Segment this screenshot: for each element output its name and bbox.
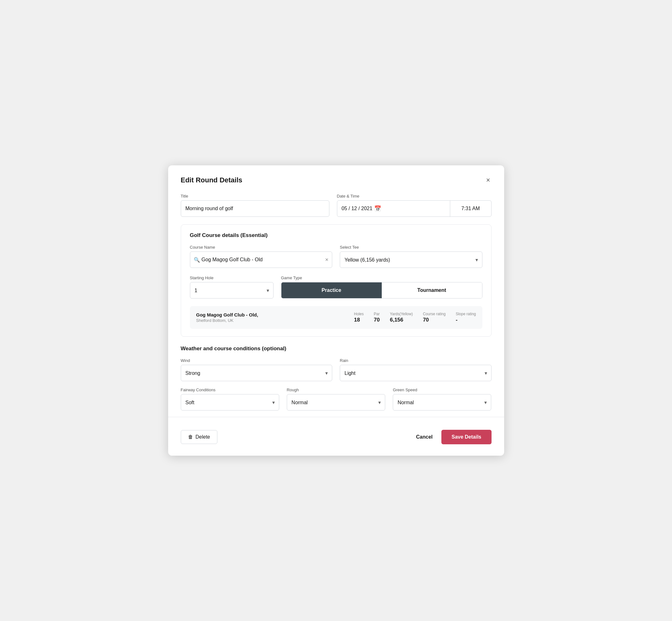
delete-button[interactable]: 🗑 Delete [181, 430, 217, 444]
slope-rating-stat: Slope rating - [456, 312, 476, 323]
rough-label: Rough [287, 387, 385, 392]
game-type-toggle: Practice Tournament [281, 282, 482, 298]
weather-section: Weather and course conditions (optional)… [181, 345, 492, 411]
par-value: 70 [374, 317, 380, 323]
starting-hole-wrap: 1210 ▾ [190, 282, 274, 298]
rough-wrap: ShortNormalLongVery Long ▾ [287, 394, 385, 411]
golf-course-section: Golf Course details (Essential) Course N… [181, 224, 492, 337]
title-group: Title [181, 194, 329, 217]
rough-dropdown[interactable]: ShortNormalLongVery Long [287, 394, 385, 411]
rain-dropdown[interactable]: NoneLightModerateHeavy [340, 365, 492, 381]
starting-hole-group: Starting Hole 1210 ▾ [190, 276, 274, 298]
holes-value: 18 [354, 317, 360, 323]
delete-label: Delete [196, 434, 210, 440]
holes-stat: Holes 18 [354, 312, 364, 323]
datetime-label: Date & Time [337, 194, 492, 199]
par-stat: Par 70 [374, 312, 380, 323]
title-input[interactable] [181, 200, 329, 217]
slope-rating-label: Slope rating [456, 312, 476, 316]
yards-stat: Yards(Yellow) 6,156 [390, 312, 413, 323]
starting-hole-label: Starting Hole [190, 276, 274, 280]
course-name-group: Course Name 🔍 × [190, 245, 333, 268]
course-rating-label: Course rating [423, 312, 446, 316]
fairway-group: Fairway Conditions DryNormalSoftWet ▾ [181, 387, 279, 411]
course-info-main: Gog Magog Golf Club - Old, Shelford Bott… [196, 312, 354, 323]
green-speed-wrap: SlowNormalFastVery Fast ▾ [393, 394, 491, 411]
course-name-tee-row: Course Name 🔍 × Select Tee Yellow (6,156… [190, 245, 482, 268]
slope-rating-value: - [456, 317, 458, 323]
wind-rain-row: Wind CalmLightModerateStrongVery Strong … [181, 358, 492, 381]
yards-value: 6,156 [390, 317, 404, 323]
green-speed-dropdown[interactable]: SlowNormalFastVery Fast [393, 394, 491, 411]
weather-section-title: Weather and course conditions (optional) [181, 345, 492, 352]
starting-hole-dropdown[interactable]: 1210 [190, 282, 274, 298]
tournament-button[interactable]: Tournament [382, 282, 482, 298]
course-name-label: Course Name [190, 245, 333, 250]
golf-course-title: Golf Course details (Essential) [190, 232, 482, 239]
datetime-group: Date & Time 05 / 12 / 2021 📅 7:31 AM [337, 194, 492, 217]
course-name-input[interactable] [190, 251, 333, 268]
time-part[interactable]: 7:31 AM [450, 201, 491, 216]
cancel-button[interactable]: Cancel [416, 434, 432, 440]
date-time-container: 05 / 12 / 2021 📅 7:31 AM [337, 200, 492, 217]
modal-title: Edit Round Details [181, 176, 243, 184]
wind-wrap: CalmLightModerateStrongVery Strong ▾ [181, 365, 333, 381]
select-tee-dropdown[interactable]: Yellow (6,156 yards) [340, 251, 482, 268]
calendar-icon: 📅 [374, 205, 381, 212]
rain-group: Rain NoneLightModerateHeavy ▾ [340, 358, 492, 381]
yards-label: Yards(Yellow) [390, 312, 413, 316]
clear-icon[interactable]: × [325, 256, 328, 263]
starting-hole-game-type-row: Starting Hole 1210 ▾ Game Type Practice … [190, 276, 482, 298]
fairway-dropdown[interactable]: DryNormalSoftWet [181, 394, 279, 411]
wind-label: Wind [181, 358, 333, 363]
search-icon: 🔍 [194, 257, 200, 263]
rough-group: Rough ShortNormalLongVery Long ▾ [287, 387, 385, 411]
game-type-group: Game Type Practice Tournament [281, 276, 482, 298]
green-speed-group: Green Speed SlowNormalFastVery Fast ▾ [393, 387, 491, 411]
select-tee-wrap: Yellow (6,156 yards) ▾ [340, 251, 482, 268]
save-button[interactable]: Save Details [442, 430, 491, 444]
footer-right: Cancel Save Details [416, 430, 492, 444]
close-button[interactable]: × [485, 175, 492, 185]
holes-label: Holes [354, 312, 364, 316]
footer-row: 🗑 Delete Cancel Save Details [181, 426, 492, 444]
title-datetime-row: Title Date & Time 05 / 12 / 2021 📅 7:31 … [181, 194, 492, 217]
par-label: Par [374, 312, 380, 316]
green-speed-label: Green Speed [393, 387, 491, 392]
footer-divider [168, 417, 504, 417]
fairway-rough-green-row: Fairway Conditions DryNormalSoftWet ▾ Ro… [181, 387, 492, 411]
rain-wrap: NoneLightModerateHeavy ▾ [340, 365, 492, 381]
course-info-name: Gog Magog Golf Club - Old, [196, 312, 354, 318]
edit-round-modal: Edit Round Details × Title Date & Time 0… [168, 165, 504, 456]
course-info-row: Gog Magog Golf Club - Old, Shelford Bott… [190, 306, 482, 329]
date-part[interactable]: 05 / 12 / 2021 📅 [337, 201, 450, 216]
trash-icon: 🗑 [188, 434, 193, 440]
modal-header: Edit Round Details × [181, 175, 492, 185]
course-name-search-wrap: 🔍 × [190, 251, 333, 268]
select-tee-group: Select Tee Yellow (6,156 yards) ▾ [340, 245, 482, 268]
rain-label: Rain [340, 358, 492, 363]
date-value: 05 / 12 / 2021 [342, 206, 373, 211]
course-rating-stat: Course rating 70 [423, 312, 446, 323]
game-type-label: Game Type [281, 276, 482, 280]
fairway-wrap: DryNormalSoftWet ▾ [181, 394, 279, 411]
course-stats: Holes 18 Par 70 Yards(Yellow) 6,156 Cour… [354, 312, 476, 323]
course-rating-value: 70 [423, 317, 429, 323]
wind-dropdown[interactable]: CalmLightModerateStrongVery Strong [181, 365, 333, 381]
title-label: Title [181, 194, 329, 199]
wind-group: Wind CalmLightModerateStrongVery Strong … [181, 358, 333, 381]
time-value: 7:31 AM [461, 206, 480, 211]
course-info-location: Shelford Bottom, UK [196, 318, 354, 323]
fairway-label: Fairway Conditions [181, 387, 279, 392]
select-tee-label: Select Tee [340, 245, 482, 250]
practice-button[interactable]: Practice [282, 282, 382, 298]
